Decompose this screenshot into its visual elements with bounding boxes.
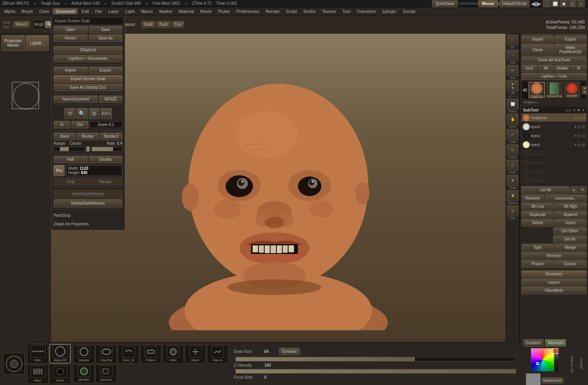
toughguy-thumb[interactable]: ToughGuy [529,82,545,98]
geometry-button[interactable]: Geometry [522,270,586,278]
subtool-item-unused7[interactable]: Unused 7 [522,176,586,185]
gradient-button[interactable]: Gradient [523,339,543,347]
scale-view-icon-btn[interactable]: ⇔ [507,65,518,76]
zcut-button[interactable]: Zcut [172,21,184,28]
solo-icon-btn[interactable]: ◎ [507,205,518,216]
zapplink-properties-item[interactable]: ZAppLink Properties [54,220,122,228]
subtool-scroll-up-btn[interactable]: ▲ [570,186,578,193]
menu-alpha[interactable]: Alpha [2,8,18,14]
subtool-eye-eyes1[interactable]: ● [575,143,577,147]
claytub-brush[interactable]: ClayTub [95,345,117,363]
rename-button[interactable]: Rename [522,194,544,202]
tool-scroll-down[interactable]: ▼ [582,90,587,94]
delete-depth-history-button[interactable]: DeleteDepthHistory [54,199,122,207]
stencil-button[interactable]: Stencil [13,21,30,28]
half-button[interactable]: Half [54,156,88,163]
subtool-eye-eyes2-2[interactable]: ● [575,134,577,138]
menus-button[interactable]: Menus [479,0,498,7]
save-button[interactable]: Save [89,26,123,33]
color-wheel[interactable] [531,348,558,372]
icon-tool5[interactable]: ▪ [577,0,585,7]
subtool-icon2[interactable]: ▷ [569,108,572,112]
menu-stroke[interactable]: Stroke [301,8,319,14]
menu-texture[interactable]: Texture [319,8,339,14]
subtool-eye-eyes2-1[interactable]: ● [575,125,577,129]
zsub-button[interactable]: Zsub [157,21,170,28]
menu-color[interactable]: Color [36,8,52,14]
border2-button[interactable]: Border2 [100,133,122,140]
subtool-item-eyes1[interactable]: eyes1 ● ◎ ⊞ [522,140,586,149]
icon-tool1[interactable]: ⬛ [543,0,550,7]
menu-marker[interactable]: Marker [156,8,175,14]
zapplink-button[interactable]: ZAppLink [54,46,122,54]
project-button[interactable]: Project [522,260,554,268]
icon-tool3[interactable]: ◼ [560,0,568,7]
clone-button[interactable]: Clone [522,44,554,56]
subtool-item-unused6[interactable]: Unused 6 [522,167,586,176]
quicksave-button[interactable]: QuickSave [432,0,458,7]
subtool-eye-toughguy[interactable]: ● [575,116,577,120]
all-low-button[interactable]: All Low [522,203,554,210]
subtool-item-unused4[interactable]: Unused 4 [522,149,586,158]
z-intensity-slider[interactable] [235,369,516,374]
menu-document[interactable]: Document [53,8,78,14]
crop-button[interactable]: Crop [54,178,88,185]
pinch-brush[interactable]: Pinch [49,364,71,384]
inflat-brush[interactable]: Inflat [162,345,184,363]
frame-icon-btn[interactable]: ⬜ [507,99,518,110]
extract-button[interactable]: Extract [554,260,586,268]
actual-icon-btn[interactable]: ⊞ [89,108,100,119]
clone-all-subtools-button[interactable]: Clone All SubTools [522,56,586,64]
icon-nav-left[interactable]: ◀ [531,0,536,7]
menu-script[interactable]: Script [283,8,300,14]
export-button[interactable]: Export [89,67,123,74]
all-high-button[interactable]: All High [554,203,586,210]
rotate-icon-btn[interactable]: ↻ [507,144,518,155]
rake-brush[interactable]: Rake [27,364,48,384]
subtool-item-eyes2-2[interactable]: eyes2 ● ◎ ⊞ [522,131,586,140]
subtool-item-unused5[interactable]: Unused 5 [522,158,586,167]
open-button[interactable]: Open [54,26,88,33]
subtool-ref-toughguy[interactable]: ⊞ [582,116,585,120]
tool-scroll-up[interactable]: ▲ [582,86,587,90]
menu-light[interactable]: Light [123,8,138,14]
goz-button[interactable]: GoZ [522,65,537,72]
projection-master-button[interactable]: Projection Master [2,35,25,51]
gray-swatch[interactable] [526,373,541,385]
new-document-button[interactable]: New Document [54,95,98,103]
double-button[interactable]: Double [89,156,123,163]
import-button[interactable]: Import [54,67,88,74]
dots-brush[interactable]: Dots [27,344,48,363]
standar-brush[interactable]: Standar [73,345,95,363]
fibermesh-button[interactable]: FiberMesh [522,287,586,294]
subtool-icon3[interactable]: ✎ [573,108,576,112]
visible-button[interactable]: Visible [554,65,570,72]
menu-layer[interactable]: Layer [106,8,122,14]
zadd-button[interactable]: Zadd [142,21,155,28]
scale-icon-btn[interactable]: ⤢ [507,129,518,140]
menu-zscript[interactable]: Zscript [400,8,418,14]
move-icon-btn[interactable]: ✋ [507,114,518,125]
cylinder-polymesh-thumb[interactable]: CylinderPoly [546,82,563,98]
icon-tool4[interactable]: ◻ [568,0,576,7]
in-button[interactable]: In [54,121,70,128]
subtool-item-toughguy[interactable]: ToughGuy ● ◎ ⊞ [522,113,586,122]
move-brush[interactable]: Move [185,345,206,363]
menu-macro[interactable]: Macro [138,8,156,14]
subtool-ref-eyes2-2[interactable]: ⊞ [582,134,585,138]
icon-nav-right[interactable]: ▶ [536,0,541,7]
layers-button[interactable]: Layers [522,279,586,286]
r-button[interactable]: R [571,65,586,72]
out-button[interactable]: Out [72,121,88,128]
draw-size-slider[interactable] [235,357,516,362]
all-button[interactable]: All [538,65,554,72]
dynamic-button[interactable]: Dynamic [279,348,300,355]
pro-button[interactable]: Pro [54,165,65,176]
menu-movie[interactable]: Movie [197,8,214,14]
polyf-icon-btn[interactable]: ⬡ [507,160,518,171]
simplebrush-thumb[interactable]: SimpleBr [564,82,580,98]
selectlz-brush[interactable]: SelectLz [95,364,117,383]
tongy-icon-btn[interactable]: ◈ [507,175,518,186]
current-brush-preview[interactable] [3,353,25,374]
subtool-lock-toughguy[interactable]: ◎ [578,116,581,120]
